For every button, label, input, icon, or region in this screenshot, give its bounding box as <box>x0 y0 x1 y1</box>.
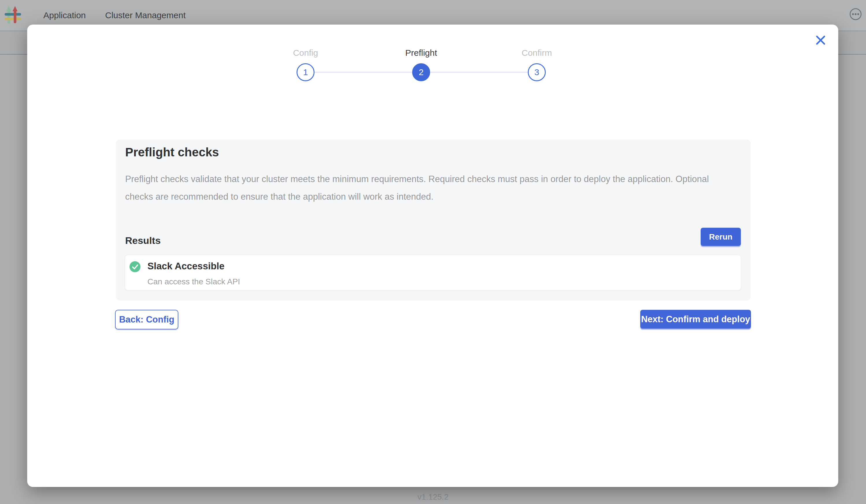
next-confirm-deploy-button[interactable]: Next: Confirm and deploy <box>640 310 751 328</box>
app-version-label: v1.125.2 <box>0 492 866 502</box>
check-circle-icon <box>130 261 141 272</box>
step-confirm[interactable]: Confirm 3 <box>528 63 546 81</box>
panel-title: Preflight checks <box>125 145 219 159</box>
preflight-checks-panel: Preflight checks Preflight checks valida… <box>116 139 751 301</box>
step-config-circle: 1 <box>297 63 314 81</box>
step-preflight-label: Preflight <box>405 48 437 58</box>
preflight-result-item: Slack Accessible Can access the Slack AP… <box>125 255 741 290</box>
navbar-tabs: Application Cluster Management <box>43 10 186 20</box>
tab-application[interactable]: Application <box>43 10 86 20</box>
wizard-stepper: Config 1 Preflight 2 Confirm 3 <box>297 63 546 81</box>
tab-cluster-management[interactable]: Cluster Management <box>105 10 186 20</box>
results-heading: Results <box>125 235 161 246</box>
stepper-connector <box>314 72 412 73</box>
overflow-menu-icon[interactable] <box>849 8 862 21</box>
step-preflight[interactable]: Preflight 2 <box>412 63 430 81</box>
step-confirm-circle: 3 <box>528 63 546 81</box>
close-icon[interactable] <box>814 34 827 46</box>
step-preflight-circle: 2 <box>412 63 430 81</box>
check-title: Slack Accessible <box>147 261 225 272</box>
back-config-button[interactable]: Back: Config <box>115 310 178 329</box>
stepper-connector <box>430 72 528 73</box>
step-config-label: Config <box>293 48 318 58</box>
step-config[interactable]: Config 1 <box>297 63 314 81</box>
step-confirm-label: Confirm <box>521 48 552 58</box>
preflight-modal: Config 1 Preflight 2 Confirm 3 Preflight… <box>27 24 838 487</box>
check-detail: Can access the Slack API <box>147 277 240 287</box>
rerun-button[interactable]: Rerun <box>701 228 741 246</box>
panel-description: Preflight checks validate that your clus… <box>125 170 723 205</box>
app-logo-icon <box>4 6 22 25</box>
